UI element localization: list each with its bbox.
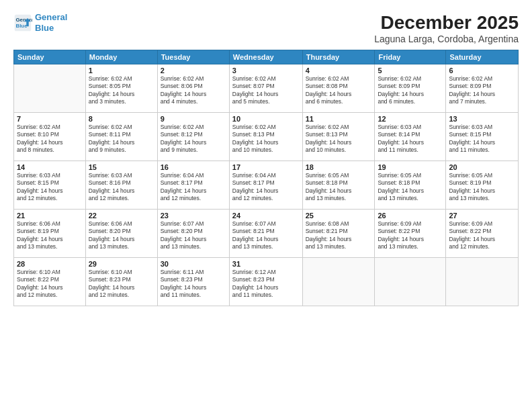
calendar-cell: 20Sunrise: 6:05 AMSunset: 8:19 PMDayligh… (446, 161, 519, 210)
logo-text: General Blue (35, 12, 67, 33)
day-number: 4 (306, 66, 372, 75)
header-monday: Monday (85, 50, 157, 64)
day-info: Sunrise: 6:02 AMSunset: 8:05 PMDaylight:… (89, 75, 154, 106)
calendar-cell: 13Sunrise: 6:03 AMSunset: 8:15 PMDayligh… (446, 113, 519, 161)
day-info: Sunrise: 6:12 AMSunset: 8:23 PMDaylight:… (232, 269, 300, 300)
calendar-subtitle: Laguna Larga, Cordoba, Argentina (374, 34, 519, 44)
day-number: 22 (89, 212, 154, 220)
week-row-3: 21Sunrise: 6:06 AMSunset: 8:19 PMDayligh… (14, 210, 519, 258)
day-info: Sunrise: 6:03 AMSunset: 8:15 PMDaylight:… (449, 124, 515, 154)
calendar-cell: 18Sunrise: 6:05 AMSunset: 8:18 PMDayligh… (302, 161, 375, 210)
day-number: 18 (306, 163, 372, 171)
calendar-cell: 17Sunrise: 6:04 AMSunset: 8:17 PMDayligh… (229, 161, 302, 210)
calendar-cell: 25Sunrise: 6:08 AMSunset: 8:21 PMDayligh… (302, 210, 375, 258)
day-info: Sunrise: 6:06 AMSunset: 8:20 PMDaylight:… (89, 220, 154, 251)
day-number: 15 (89, 163, 154, 171)
calendar-cell (14, 64, 86, 113)
header-saturday: Saturday (446, 50, 519, 64)
calendar-cell: 22Sunrise: 6:06 AMSunset: 8:20 PMDayligh… (85, 210, 157, 258)
calendar-cell: 9Sunrise: 6:02 AMSunset: 8:12 PMDaylight… (157, 113, 229, 161)
day-number: 19 (378, 163, 443, 171)
day-info: Sunrise: 6:02 AMSunset: 8:09 PMDaylight:… (378, 75, 443, 106)
calendar-cell: 23Sunrise: 6:07 AMSunset: 8:20 PMDayligh… (157, 210, 229, 258)
svg-text:General: General (16, 17, 33, 23)
calendar-cell (446, 258, 519, 306)
calendar-cell: 7Sunrise: 6:02 AMSunset: 8:10 PMDaylight… (14, 113, 86, 161)
calendar-title: December 2025 (374, 12, 519, 34)
day-number: 3 (232, 66, 300, 75)
day-info: Sunrise: 6:11 AMSunset: 8:23 PMDaylight:… (161, 269, 226, 300)
day-number: 11 (306, 115, 372, 123)
header-tuesday: Tuesday (157, 50, 229, 64)
day-info: Sunrise: 6:02 AMSunset: 8:12 PMDaylight:… (161, 124, 226, 154)
day-number: 1 (89, 66, 154, 75)
page: General Blue General Blue December 2025 … (0, 0, 532, 411)
day-info: Sunrise: 6:08 AMSunset: 8:21 PMDaylight:… (306, 220, 372, 251)
calendar-cell (375, 258, 446, 306)
day-number: 17 (232, 163, 300, 171)
header-thursday: Thursday (302, 50, 375, 64)
day-number: 5 (378, 66, 443, 75)
day-info: Sunrise: 6:02 AMSunset: 8:13 PMDaylight:… (232, 124, 300, 154)
calendar-cell: 11Sunrise: 6:02 AMSunset: 8:13 PMDayligh… (302, 113, 375, 161)
day-info: Sunrise: 6:02 AMSunset: 8:09 PMDaylight:… (449, 75, 515, 106)
day-number: 16 (161, 163, 226, 171)
calendar-cell: 12Sunrise: 6:03 AMSunset: 8:14 PMDayligh… (375, 113, 446, 161)
day-number: 24 (232, 212, 300, 220)
day-info: Sunrise: 6:03 AMSunset: 8:14 PMDaylight:… (378, 124, 443, 154)
day-info: Sunrise: 6:10 AMSunset: 8:22 PMDaylight:… (17, 269, 83, 300)
header: General Blue General Blue December 2025 … (13, 12, 519, 44)
calendar-cell: 1Sunrise: 6:02 AMSunset: 8:05 PMDaylight… (85, 64, 157, 113)
calendar-cell: 24Sunrise: 6:07 AMSunset: 8:21 PMDayligh… (229, 210, 302, 258)
day-info: Sunrise: 6:02 AMSunset: 8:10 PMDaylight:… (17, 124, 83, 154)
day-info: Sunrise: 6:09 AMSunset: 8:22 PMDaylight:… (449, 220, 515, 251)
logo: General Blue General Blue (13, 12, 67, 33)
day-number: 9 (161, 115, 226, 123)
calendar-table: Sunday Monday Tuesday Wednesday Thursday… (13, 50, 519, 306)
day-number: 28 (17, 260, 83, 268)
calendar-cell: 21Sunrise: 6:06 AMSunset: 8:19 PMDayligh… (14, 210, 86, 258)
day-info: Sunrise: 6:09 AMSunset: 8:22 PMDaylight:… (378, 220, 443, 251)
day-number: 26 (378, 212, 443, 220)
week-row-4: 28Sunrise: 6:10 AMSunset: 8:22 PMDayligh… (14, 258, 519, 306)
day-number: 8 (89, 115, 154, 123)
day-number: 13 (449, 115, 515, 123)
day-number: 21 (17, 212, 83, 220)
day-info: Sunrise: 6:07 AMSunset: 8:21 PMDaylight:… (232, 220, 300, 251)
week-row-2: 14Sunrise: 6:03 AMSunset: 8:15 PMDayligh… (14, 161, 519, 210)
day-number: 30 (161, 260, 226, 268)
day-info: Sunrise: 6:04 AMSunset: 8:17 PMDaylight:… (161, 172, 226, 203)
calendar-header-row: Sunday Monday Tuesday Wednesday Thursday… (14, 50, 519, 64)
calendar-cell: 19Sunrise: 6:05 AMSunset: 8:18 PMDayligh… (375, 161, 446, 210)
day-info: Sunrise: 6:03 AMSunset: 8:15 PMDaylight:… (17, 172, 83, 203)
calendar-cell: 3Sunrise: 6:02 AMSunset: 8:07 PMDaylight… (229, 64, 302, 113)
week-row-1: 7Sunrise: 6:02 AMSunset: 8:10 PMDaylight… (14, 113, 519, 161)
calendar-cell: 26Sunrise: 6:09 AMSunset: 8:22 PMDayligh… (375, 210, 446, 258)
day-number: 31 (232, 260, 300, 268)
day-number: 23 (161, 212, 226, 220)
day-info: Sunrise: 6:02 AMSunset: 8:13 PMDaylight:… (306, 124, 372, 154)
day-number: 2 (161, 66, 226, 75)
title-block: December 2025 Laguna Larga, Cordoba, Arg… (374, 12, 519, 44)
day-number: 14 (17, 163, 83, 171)
calendar-cell: 2Sunrise: 6:02 AMSunset: 8:06 PMDaylight… (157, 64, 229, 113)
week-row-0: 1Sunrise: 6:02 AMSunset: 8:05 PMDaylight… (14, 64, 519, 113)
day-info: Sunrise: 6:06 AMSunset: 8:19 PMDaylight:… (17, 220, 83, 251)
day-info: Sunrise: 6:02 AMSunset: 8:07 PMDaylight:… (232, 75, 300, 106)
header-sunday: Sunday (14, 50, 86, 64)
logo-icon: General Blue (13, 13, 32, 32)
calendar-cell: 6Sunrise: 6:02 AMSunset: 8:09 PMDaylight… (446, 64, 519, 113)
calendar-cell: 29Sunrise: 6:10 AMSunset: 8:23 PMDayligh… (85, 258, 157, 306)
day-number: 25 (306, 212, 372, 220)
calendar-cell: 27Sunrise: 6:09 AMSunset: 8:22 PMDayligh… (446, 210, 519, 258)
calendar-cell (302, 258, 375, 306)
calendar-cell: 14Sunrise: 6:03 AMSunset: 8:15 PMDayligh… (14, 161, 86, 210)
calendar-cell: 28Sunrise: 6:10 AMSunset: 8:22 PMDayligh… (14, 258, 86, 306)
header-friday: Friday (375, 50, 446, 64)
header-wednesday: Wednesday (229, 50, 302, 64)
day-info: Sunrise: 6:10 AMSunset: 8:23 PMDaylight:… (89, 269, 154, 300)
day-info: Sunrise: 6:05 AMSunset: 8:18 PMDaylight:… (306, 172, 372, 203)
day-info: Sunrise: 6:03 AMSunset: 8:16 PMDaylight:… (89, 172, 154, 203)
calendar-cell: 10Sunrise: 6:02 AMSunset: 8:13 PMDayligh… (229, 113, 302, 161)
calendar-cell: 4Sunrise: 6:02 AMSunset: 8:08 PMDaylight… (302, 64, 375, 113)
